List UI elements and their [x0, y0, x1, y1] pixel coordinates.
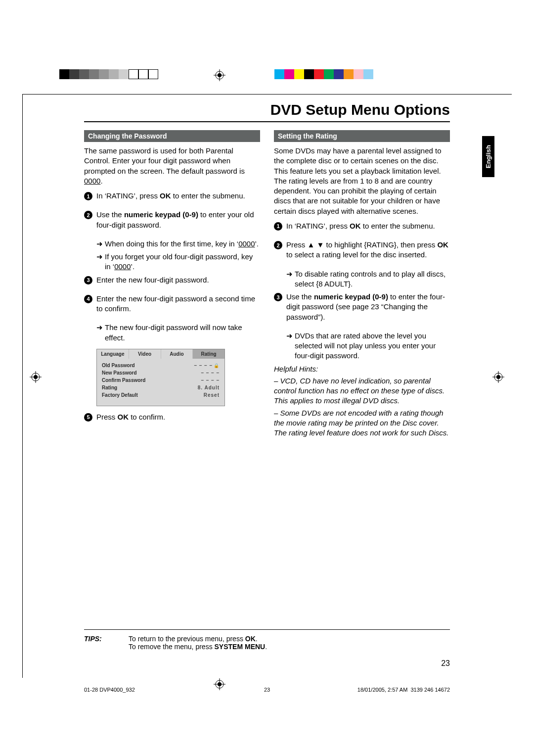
text: 3139 246 14672 [410, 687, 450, 693]
step-number-icon: 1 [274, 222, 282, 231]
step-2: 2 Use the numeric keypad (0-9) to enter … [84, 210, 260, 235]
step-number-icon: 3 [84, 276, 92, 284]
text: Press [96, 413, 118, 421]
step-text: Press OK to confirm. [96, 412, 165, 422]
osd-row: Confirm Password– – – – [102, 377, 220, 384]
osd-screenshot: LanguageVideoAudioRating Old Password– –… [96, 349, 225, 406]
footer-right: 18/01/2005, 2:57 AM 3139 246 14672 [357, 687, 450, 693]
print-color-bars [0, 69, 534, 89]
tips-label: TIPS: [84, 635, 129, 651]
osd-row-label: Rating [102, 385, 117, 390]
step-text: In ‘RATING’, press OK to enter the subme… [96, 191, 245, 201]
color-swatch [89, 69, 99, 79]
step-number-icon: 2 [274, 241, 282, 249]
step-5: 5 Press OK to confirm. [84, 412, 260, 427]
osd-row-label: Factory Default [102, 392, 138, 398]
text-bold: OK [350, 222, 361, 230]
text: The same password is used for both Paren… [84, 146, 245, 175]
color-swatch [69, 69, 79, 79]
column-left: Changing the Password The same password … [84, 130, 260, 440]
osd-row-value: – – – –🔒 [194, 363, 220, 368]
step-3: 3 Enter the new four-digit password. [84, 275, 260, 290]
text: Use the [96, 210, 124, 219]
osd-row: Old Password– – – –🔒 [102, 362, 220, 369]
text: DVDs that are rated above the level you … [295, 331, 450, 361]
helpful-hints: Helpful Hints: – VCD, CD have no level i… [274, 364, 450, 438]
hints-title: Helpful Hints: [274, 364, 450, 374]
osd-row-label: New Password [102, 370, 137, 376]
osd-row-value: 8. Adult [198, 385, 220, 390]
step-3: 3 Use the numeric keypad (0-9) to enter … [274, 292, 450, 327]
step-1: 1 In ‘RATING’, press OK to enter the sub… [274, 221, 450, 236]
arrow-icon: ➜ [96, 239, 103, 249]
step-text: Enter the new four-digit password a seco… [96, 294, 260, 314]
color-swatch [284, 69, 294, 79]
text: In ‘RATING’, press [96, 191, 160, 200]
color-swatch [119, 69, 129, 79]
registration-mark-icon [30, 371, 42, 383]
substep: ➜ If you forget your old four-digit pass… [96, 252, 260, 272]
color-swatch [294, 69, 304, 79]
step-4: 4 Enter the new four-digit password a se… [84, 294, 260, 319]
color-swatch [304, 69, 314, 79]
osd-row-value: – – – – [201, 370, 220, 376]
step-text: Use the numeric keypad (0-9) to enter th… [286, 292, 450, 322]
text-bold: OK [118, 413, 129, 421]
arrow-icon: ➜ [286, 269, 293, 279]
step-text: In ‘RATING’, press OK to enter the subme… [286, 221, 435, 231]
page-title: DVD Setup Menu Options [84, 101, 450, 118]
text-bold: numeric keypad (0-9) [314, 292, 388, 301]
intro-text: Some DVDs may have a parental level assi… [274, 146, 450, 216]
color-swatch [99, 69, 109, 79]
color-swatch [148, 69, 158, 79]
title-rule [84, 121, 450, 122]
substep: ➜ When doing this for the first time, ke… [96, 239, 260, 249]
intro-text: The same password is used for both Paren… [84, 146, 260, 186]
color-swatch [314, 69, 324, 79]
osd-tab: Audio [161, 349, 193, 359]
step-number-icon: 1 [84, 192, 92, 200]
text: to confirm. [129, 413, 165, 421]
osd-row: Rating8. Adult [102, 384, 220, 391]
color-swatch [344, 69, 354, 79]
crop-frame-top [22, 94, 512, 94]
text-bold: SYSTEM MENU [215, 643, 266, 651]
tips-footer: TIPS: To return to the previous menu, pr… [84, 629, 450, 651]
osd-row-label: Confirm Password [102, 378, 145, 383]
text: ’. [131, 262, 135, 271]
text: To remove the menu, press [129, 643, 215, 651]
text: The new four-digit password will now tak… [105, 323, 260, 343]
color-swatch [79, 69, 89, 79]
osd-tab: Rating [193, 349, 224, 359]
hints-item: – VCD, CD have no level indication, so p… [274, 376, 450, 406]
lock-icon: 🔒 [214, 363, 220, 368]
step-1: 1 In ‘RATING’, press OK to enter the sub… [84, 191, 260, 206]
text: When doing this for the first time, key … [105, 239, 238, 248]
text: . [100, 177, 102, 185]
step-2: 2 Press ▲ ▼ to highlight {RATING}, then … [274, 240, 450, 265]
text: In ‘RATING’, press [286, 222, 350, 230]
text: to select a rating level for the disc in… [286, 250, 427, 259]
text-underline: 0000 [84, 177, 100, 185]
language-tab: English [482, 136, 494, 177]
footer-mid: 23 [264, 687, 270, 693]
text-bold: OK [160, 191, 171, 200]
page-body: DVD Setup Menu Options English Changing … [84, 101, 450, 440]
substep: ➜ DVDs that are rated above the level yo… [286, 331, 450, 361]
text: To disable rating controls and to play a… [295, 269, 450, 289]
color-swatch [274, 69, 284, 79]
color-swatch [363, 69, 373, 79]
text-bold: numeric keypad (0-9) [124, 210, 198, 219]
color-swatch [354, 69, 363, 79]
text-bold: OK [437, 240, 448, 249]
step-text: Press ▲ ▼ to highlight {RATING}, then pr… [286, 240, 450, 260]
column-right: Setting the Rating Some DVDs may have a … [274, 130, 450, 440]
osd-tab: Language [97, 349, 129, 359]
text: to enter the submenu. [171, 191, 245, 200]
text-underline: 0000 [238, 239, 255, 248]
text: Use the [286, 292, 314, 301]
page-number: 23 [84, 659, 450, 668]
step-number-icon: 3 [274, 293, 282, 301]
color-swatch [324, 69, 334, 79]
color-swatch [129, 69, 138, 79]
